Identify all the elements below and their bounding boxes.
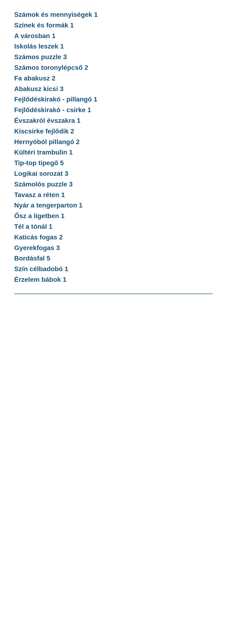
list-item: Színek és formák 1 (14, 20, 213, 31)
list-item: Gyerekfogas 3 (14, 243, 213, 254)
items-list-section: const data = JSON.parse(document.getElem… (14, 10, 213, 285)
list-item: Nyár a tengerparton 1 (14, 200, 213, 211)
list-item: Iskolás leszek 1 (14, 41, 213, 52)
list-item: Logikai sorozat 3 (14, 168, 213, 179)
list-item: Fejlődéskirakó - csirke 1 (14, 105, 213, 116)
list-item: Érzelem bábok 1 (14, 274, 213, 285)
list-item: Tél a tónál 1 (14, 222, 213, 232)
list-item: Bordásfal 5 (14, 253, 213, 264)
section4 (14, 292, 213, 294)
list-item: Kültéri trambulin 1 (14, 147, 213, 158)
list-item: Számok és mennyiségek 1 (14, 10, 213, 20)
list-item: Fa abakusz 2 (14, 73, 213, 84)
list-item: Ősz a ligetben 1 (14, 211, 213, 222)
list-item: Abakusz kicsi 3 (14, 84, 213, 94)
list-item: Fejlődéskirakó - pillangó 1 (14, 94, 213, 105)
list-item: A városban 1 (14, 31, 213, 42)
list-item: Számos puzzle 3 (14, 52, 213, 62)
list-item: Hernyóból pillangó 2 (14, 137, 213, 148)
list-item: Számolós puzzle 3 (14, 179, 213, 190)
list-item: Tavasz a réten 1 (14, 190, 213, 200)
list-item: Számos toronylépcső 2 (14, 62, 213, 73)
list-item: Kiscsirke fejlődik 2 (14, 126, 213, 137)
list-item: Tip-top tipegő 5 (14, 158, 213, 168)
list-item: Katicás fogas 2 (14, 232, 213, 243)
table-header-row (14, 292, 213, 294)
list-item: Évszakról évszakra 1 (14, 116, 213, 126)
list-item: Szín célbadobó 1 (14, 264, 213, 274)
